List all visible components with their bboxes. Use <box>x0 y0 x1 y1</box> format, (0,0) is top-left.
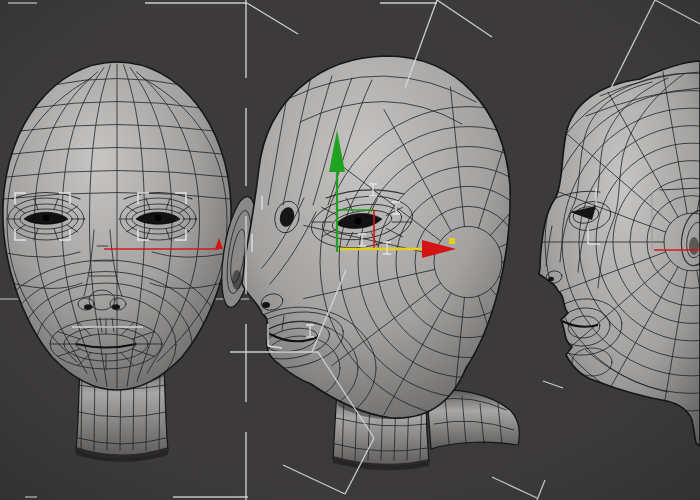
viewport-canvas[interactable] <box>0 0 700 500</box>
viewport-stage <box>0 0 700 500</box>
viewport-vignette <box>0 0 700 500</box>
